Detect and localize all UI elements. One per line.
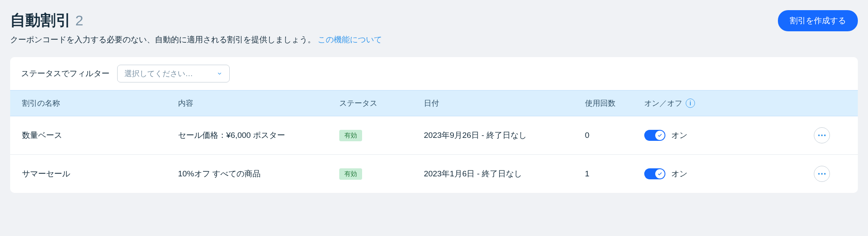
filter-placeholder: 選択してください… — [124, 69, 193, 79]
more-icon — [818, 134, 826, 136]
cell-uses: 1 — [578, 155, 637, 193]
check-icon — [657, 171, 662, 176]
status-filter-select[interactable]: 選択してください… — [117, 65, 230, 82]
row-actions-button[interactable] — [814, 127, 830, 143]
page-title: 自動割引 — [10, 10, 71, 31]
table-header-row: 割引の名称 内容 ステータス 日付 使用回数 オン／オフ i — [10, 91, 858, 116]
col-header-onoff-label: オン／オフ — [644, 98, 682, 108]
col-header-description: 内容 — [171, 91, 332, 116]
cell-description: セール価格：¥6,000 ポスター — [171, 116, 332, 155]
toggle-label: オン — [671, 168, 687, 179]
col-header-onoff: オン／オフ i — [637, 91, 807, 116]
status-badge: 有効 — [339, 168, 362, 180]
page-header: 自動割引 2 クーポンコードを入力する必要のない、自動的に適用される割引を提供し… — [10, 10, 858, 45]
filter-bar: ステータスでフィルター 選択してください… — [10, 57, 858, 90]
col-header-status: ステータス — [332, 91, 417, 116]
cell-date: 2023年9月26日 - 終了日なし — [417, 116, 578, 155]
table-row[interactable]: サマーセール 10%オフ すべての商品 有効 2023年1月6日 - 終了日なし… — [10, 155, 858, 193]
discounts-panel: ステータスでフィルター 選択してください… 割引の名称 内容 ステータス 日付 … — [10, 57, 858, 193]
more-icon — [818, 173, 826, 175]
cell-description: 10%オフ すべての商品 — [171, 155, 332, 193]
cell-uses: 0 — [578, 116, 637, 155]
active-toggle[interactable] — [644, 168, 665, 179]
col-header-date: 日付 — [417, 91, 578, 116]
active-toggle[interactable] — [644, 130, 665, 141]
filter-label: ステータスでフィルター — [21, 68, 110, 79]
status-badge: 有効 — [339, 130, 362, 141]
toggle-label: オン — [671, 130, 687, 141]
discounts-table: 割引の名称 内容 ステータス 日付 使用回数 オン／オフ i 数量ベース セール… — [10, 90, 858, 193]
create-discount-button[interactable]: 割引を作成する — [778, 10, 858, 31]
discount-count: 2 — [75, 12, 83, 29]
toggle-knob — [655, 131, 665, 140]
toggle-knob — [655, 169, 665, 178]
cell-name: 数量ベース — [10, 116, 171, 155]
info-icon[interactable]: i — [686, 99, 695, 108]
cell-name: サマーセール — [10, 155, 171, 193]
cell-date: 2023年1月6日 - 終了日なし — [417, 155, 578, 193]
check-icon — [657, 133, 662, 138]
col-header-name: 割引の名称 — [10, 91, 171, 116]
learn-more-link[interactable]: この機能について — [318, 35, 382, 44]
page-subtitle: クーポンコードを入力する必要のない、自動的に適用される割引を提供しましょう。 — [10, 35, 316, 44]
col-header-actions — [807, 91, 858, 116]
col-header-uses: 使用回数 — [578, 91, 637, 116]
chevron-down-icon — [217, 71, 222, 77]
row-actions-button[interactable] — [814, 166, 830, 182]
title-block: 自動割引 2 クーポンコードを入力する必要のない、自動的に適用される割引を提供し… — [10, 10, 382, 45]
table-row[interactable]: 数量ベース セール価格：¥6,000 ポスター 有効 2023年9月26日 - … — [10, 116, 858, 155]
